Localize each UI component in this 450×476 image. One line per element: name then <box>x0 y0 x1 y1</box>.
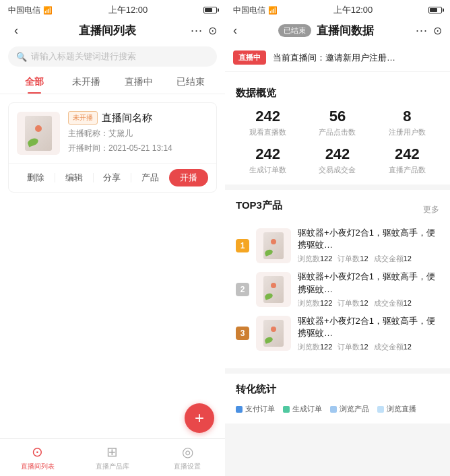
stat-viewers-value: 242 <box>236 108 300 125</box>
left-more-icon[interactable]: ··· <box>191 24 203 38</box>
product-img-inner-1 <box>263 232 284 259</box>
product-info-2: 驱蚊器+小夜灯2合1，驱蚊高手，便携驱蚊… 浏览数122 订单数12 成交金额1… <box>298 271 439 308</box>
left-header: ‹ 直播间列表 ··· ⊙ <box>0 19 225 44</box>
top3-more-link[interactable]: 更多 <box>423 204 439 215</box>
tab-not-started[interactable]: 未开播 <box>61 72 113 94</box>
right-back-icon[interactable]: ‹ <box>233 24 237 38</box>
orders-label-2: 订单数12 <box>338 298 368 308</box>
product-name-1: 驱蚊器+小夜灯2合1，驱蚊高手，便携驱蚊… <box>298 227 439 251</box>
left-wifi-icon: 📶 <box>43 6 53 15</box>
left-battery-icon <box>203 7 217 13</box>
tab-ended[interactable]: 已结束 <box>165 72 218 94</box>
overview-title: 数据概览 <box>236 87 439 100</box>
product-row-3: 3 驱蚊器+小夜灯2合1，驱蚊高手，便携驱蚊… 浏览数122 订单数12 成交金… <box>236 315 439 352</box>
card-actions: 删除 编辑 分享 产品 开播 <box>9 163 216 192</box>
product-info-3: 驱蚊器+小夜灯2合1，驱蚊高手，便携驱蚊… 浏览数122 订单数12 成交金额1… <box>298 315 439 352</box>
start-broadcast-button[interactable]: 开播 <box>169 169 208 186</box>
nav-product-library[interactable]: ⊞ 直播产品库 <box>75 444 150 471</box>
card-info: 未开播 直播间名称 主播昵称：艾黛儿 开播时间：2021-05-21 13:14 <box>68 111 208 155</box>
product-stats-3: 浏览数122 订单数12 成交金额12 <box>298 342 439 352</box>
views-label-3: 浏览数122 <box>298 342 332 352</box>
rank-badge-1: 1 <box>236 239 249 252</box>
stat-revenue: 242 交易成交金 <box>305 145 369 175</box>
stat-products-label: 直播产品数 <box>375 165 439 175</box>
stat-viewers-label: 观看直播数 <box>236 127 300 137</box>
card-top: 未开播 直播间名称 主播昵称：艾黛儿 开播时间：2021-05-21 13:14 <box>9 103 216 163</box>
right-status-right <box>428 7 442 13</box>
amount-val-3: 12 <box>404 343 412 351</box>
amount-label-2: 成交金额12 <box>374 298 412 308</box>
rank-badge-3: 3 <box>236 327 249 340</box>
views-val-2: 122 <box>320 299 332 307</box>
orders-val-1: 12 <box>360 254 368 263</box>
conversion-title: 转化统计 <box>236 383 439 396</box>
right-status-bar: 中国电信 📶 上午12:00 <box>225 0 450 19</box>
stat-orders-label: 生成订单数 <box>236 165 300 175</box>
amount-val-1: 12 <box>404 254 412 263</box>
stat-new-users-label: 注册用户数 <box>375 127 439 137</box>
nav-live-list-icon: ⊙ <box>32 444 43 460</box>
stat-products-value: 242 <box>375 145 439 163</box>
p-dot-2 <box>271 283 276 288</box>
delete-button[interactable]: 删除 <box>17 169 55 186</box>
product-row-2: 2 驱蚊器+小夜灯2合1，驱蚊高手，便携驱蚊… 浏览数122 订单数12 成交金… <box>236 271 439 308</box>
share-button[interactable]: 分享 <box>94 169 131 186</box>
legend-order: 生成订单 <box>283 404 322 414</box>
left-target-icon[interactable]: ⊙ <box>208 24 217 37</box>
left-time: 上午12:00 <box>108 4 148 16</box>
views-label-1: 浏览数122 <box>298 254 332 264</box>
nav-settings-icon: ◎ <box>182 444 193 460</box>
live-room-card: 未开播 直播间名称 主播昵称：艾黛儿 开播时间：2021-05-21 13:14… <box>8 102 217 193</box>
left-search-bar[interactable]: 🔍 请输入标题关键词进行搜索 <box>8 46 217 67</box>
nav-settings[interactable]: ◎ 直播设置 <box>150 444 225 471</box>
tab-all[interactable]: 全部 <box>8 72 61 94</box>
data-overview-card: 数据概览 242 观看直播数 56 产品点击数 8 注册用户数 242 生成订单… <box>225 77 450 184</box>
product-visual <box>25 116 52 151</box>
live-tag: 直播中 <box>233 50 266 65</box>
stats-grid: 242 观看直播数 56 产品点击数 8 注册用户数 242 生成订单数 242 <box>236 108 439 175</box>
p-dot-3 <box>271 327 276 332</box>
product-row-1: 1 驱蚊器+小夜灯2合1，驱蚊高手，便携驱蚊… 浏览数122 订单数12 成交金… <box>236 227 439 264</box>
nav-product-label: 直播产品库 <box>96 462 129 471</box>
left-page-title: 直播间列表 <box>24 23 191 38</box>
tab-live[interactable]: 直播中 <box>112 72 165 94</box>
nav-live-list-label: 直播间列表 <box>21 462 55 471</box>
product-leaf <box>27 137 39 147</box>
nav-live-list[interactable]: ⊙ 直播间列表 <box>0 444 75 471</box>
top3-header: TOP3产品 更多 <box>236 199 439 220</box>
product-info-1: 驱蚊器+小夜灯2合1，驱蚊高手，便携驱蚊… 浏览数122 订单数12 成交金额1… <box>298 227 439 264</box>
conversion-card: 转化统计 支付订单 生成订单 浏览产品 浏览直播 <box>225 374 450 423</box>
stat-orders-value: 242 <box>236 145 300 163</box>
right-more-icon[interactable]: ··· <box>416 24 428 38</box>
legend-label-browse-live: 浏览直播 <box>387 404 416 414</box>
legend-browse-live: 浏览直播 <box>377 404 416 414</box>
orders-val-2: 12 <box>360 299 368 307</box>
right-panel: 中国电信 📶 上午12:00 ‹ 已结束 直播间数据 ··· ⊙ <box>225 0 450 476</box>
edit-button[interactable]: 编辑 <box>55 169 93 186</box>
legend-label-browse-product: 浏览产品 <box>340 404 369 414</box>
views-val-3: 122 <box>320 343 332 351</box>
left-status-left: 中国电信 📶 <box>8 5 53 16</box>
right-header-center: 已结束 直播间数据 <box>278 23 374 38</box>
orders-label-1: 订单数12 <box>338 254 368 264</box>
product-name-2: 驱蚊器+小夜灯2合1，驱蚊高手，便携驱蚊… <box>298 271 439 295</box>
top3-title: TOP3产品 <box>236 199 282 212</box>
product-button[interactable]: 产品 <box>131 169 169 186</box>
right-page-title: 直播间数据 <box>317 23 374 38</box>
fab-add-button[interactable]: + <box>185 403 214 433</box>
stat-new-users-value: 8 <box>375 108 439 125</box>
views-label-2: 浏览数122 <box>298 298 332 308</box>
right-target-icon[interactable]: ⊙ <box>433 24 442 37</box>
card-start-time: 开播时间：2021-05-21 13:14 <box>68 142 208 155</box>
p-leaf-1 <box>264 248 274 257</box>
product-dot <box>35 125 42 132</box>
stat-clicks-label: 产品点击数 <box>305 127 369 137</box>
p-leaf-2 <box>264 292 274 300</box>
legend-label-order: 生成订单 <box>292 404 322 414</box>
card-title: 直播间名称 <box>102 112 152 125</box>
stat-clicks: 56 产品点击数 <box>305 108 369 137</box>
left-back-icon[interactable]: ‹ <box>8 24 24 38</box>
legend-browse-product: 浏览产品 <box>330 404 369 414</box>
card-badge-row: 未开播 直播间名称 <box>68 111 208 125</box>
p-leaf-3 <box>264 337 274 345</box>
